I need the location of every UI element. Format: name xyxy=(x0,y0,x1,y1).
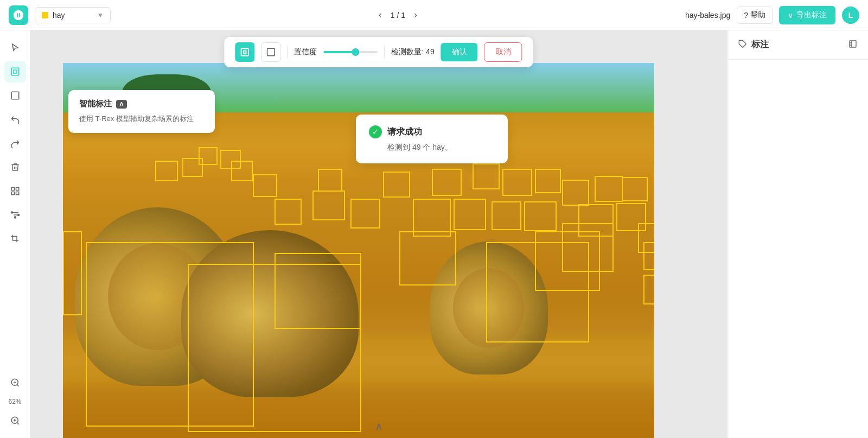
page-info: 1 / 1 xyxy=(391,11,405,20)
label-color-dot xyxy=(42,12,48,18)
export-button[interactable]: ∨ 导出标注 xyxy=(779,6,835,24)
detect-count: 检测数量: 49 xyxy=(391,47,434,57)
right-panel: 标注 xyxy=(727,30,868,438)
smart-annotate-tool[interactable] xyxy=(4,61,26,82)
confidence-label: 置信度 xyxy=(294,47,317,57)
header: hay ▼ ‹ 1 / 1 › hay-bales.jpg ? 帮助 ∨ 导出标… xyxy=(0,0,868,30)
nav-arrows: ‹ 1 / 1 › xyxy=(374,7,422,23)
toolbar-divider xyxy=(287,46,288,59)
svg-rect-19 xyxy=(241,48,249,56)
tooltip-description: 使用 T-Rex 模型辅助复杂场景的标注 xyxy=(79,113,204,124)
question-icon: ? xyxy=(744,11,748,20)
svg-point-10 xyxy=(17,214,19,216)
panel-expand-button[interactable] xyxy=(848,40,857,50)
svg-line-13 xyxy=(17,384,18,386)
svg-rect-5 xyxy=(16,192,18,195)
main-layout: 62% xyxy=(0,30,868,438)
label-icon xyxy=(738,40,747,50)
confirm-button[interactable]: 确认 xyxy=(441,43,478,61)
svg-rect-3 xyxy=(16,187,18,190)
svg-rect-1 xyxy=(11,92,19,99)
redo-button[interactable] xyxy=(4,132,26,154)
svg-rect-0 xyxy=(11,68,19,75)
svg-rect-4 xyxy=(11,192,14,195)
svg-rect-2 xyxy=(11,187,14,190)
toolbar-divider-2 xyxy=(384,46,385,59)
svg-point-11 xyxy=(14,217,16,218)
label-selector[interactable]: hay ▼ xyxy=(35,7,111,23)
panel-title: 标注 xyxy=(738,39,769,50)
rectangle-tool[interactable] xyxy=(4,85,26,106)
cancel-button[interactable]: 取消 xyxy=(484,42,522,62)
success-title: 请求成功 xyxy=(387,126,422,138)
smart-annotation-tooltip: 智能标注 A 使用 T-Rex 模型辅助复杂场景的标注 xyxy=(68,90,215,133)
svg-rect-20 xyxy=(267,48,275,56)
next-button[interactable]: › xyxy=(410,7,422,23)
chevron-down-icon: ▼ xyxy=(97,11,104,19)
tooltip-title: 智能标注 A xyxy=(79,99,204,109)
avatar: L xyxy=(842,7,859,24)
undo-button[interactable] xyxy=(4,109,26,130)
svg-point-9 xyxy=(11,212,12,213)
label-name: hay xyxy=(53,11,65,20)
smart-detect-button[interactable] xyxy=(235,42,254,62)
zoom-out-tool[interactable] xyxy=(4,372,26,393)
delete-button[interactable] xyxy=(4,156,26,178)
right-panel-header: 标注 xyxy=(727,30,868,60)
success-header: ✓ 请求成功 xyxy=(369,125,495,138)
zoom-in-tool[interactable] xyxy=(4,410,26,431)
canvas-area[interactable]: 置信度 检测数量: 49 确认 取消 智能标注 A 使用 T-Rex 模型辅助复… xyxy=(30,30,727,438)
svg-rect-22 xyxy=(850,41,856,47)
bottom-arrow[interactable]: ∧ xyxy=(375,420,383,433)
logo xyxy=(9,5,28,25)
smart-badge: A xyxy=(116,100,127,109)
grid-tool[interactable] xyxy=(4,180,26,202)
export-arrow-icon: ∨ xyxy=(788,11,793,20)
detection-toolbar: 置信度 检测数量: 49 确认 取消 xyxy=(224,37,533,67)
pointer-tool[interactable] xyxy=(4,37,26,59)
zoom-level: 62% xyxy=(8,398,21,405)
left-toolbar: 62% xyxy=(0,30,30,438)
success-description: 检测到 49 个 hay。 xyxy=(369,143,495,153)
confidence-slider[interactable] xyxy=(323,51,378,53)
filter-tool[interactable] xyxy=(4,204,26,226)
success-icon: ✓ xyxy=(369,125,382,138)
prev-button[interactable]: ‹ xyxy=(374,7,386,23)
filename: hay-bales.jpg xyxy=(685,11,730,20)
crop-detect-button[interactable] xyxy=(261,42,280,62)
crop-tool[interactable] xyxy=(4,228,26,250)
help-button[interactable]: ? 帮助 xyxy=(737,7,773,24)
success-notification: ✓ 请求成功 检测到 49 个 hay。 xyxy=(356,115,508,163)
svg-line-16 xyxy=(17,422,18,424)
